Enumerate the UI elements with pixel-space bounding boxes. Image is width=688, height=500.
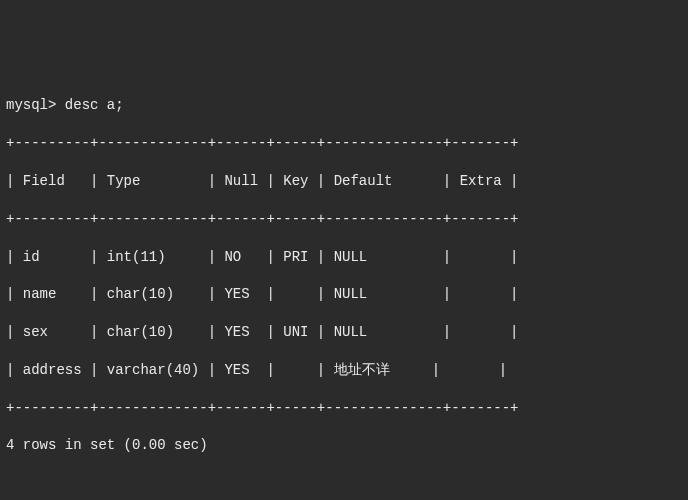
table-border: +---------+-------------+------+-----+--…	[6, 134, 682, 153]
table-header-row: | Field | Type | Null | Key | Default | …	[6, 172, 682, 191]
status-line: 4 rows in set (0.00 sec)	[6, 436, 682, 455]
prompt-line[interactable]: mysql> desc a;	[6, 96, 682, 115]
table-row: | id | int(11) | NO | PRI | NULL | |	[6, 248, 682, 267]
mysql-prompt: mysql>	[6, 97, 56, 113]
table-border: +---------+-------------+------+-----+--…	[6, 210, 682, 229]
command-text: desc a;	[65, 97, 124, 113]
table-row: | name | char(10) | YES | | NULL | |	[6, 285, 682, 304]
table-row: | address | varchar(40) | YES | | 地址不详 |…	[6, 361, 682, 380]
mysql-terminal: { "session": { "prompt": "mysql>", "bloc…	[0, 0, 688, 500]
table-border: +---------+-------------+------+-----+--…	[6, 399, 682, 418]
blank-line	[6, 493, 682, 500]
table-row: | sex | char(10) | YES | UNI | NULL | |	[6, 323, 682, 342]
